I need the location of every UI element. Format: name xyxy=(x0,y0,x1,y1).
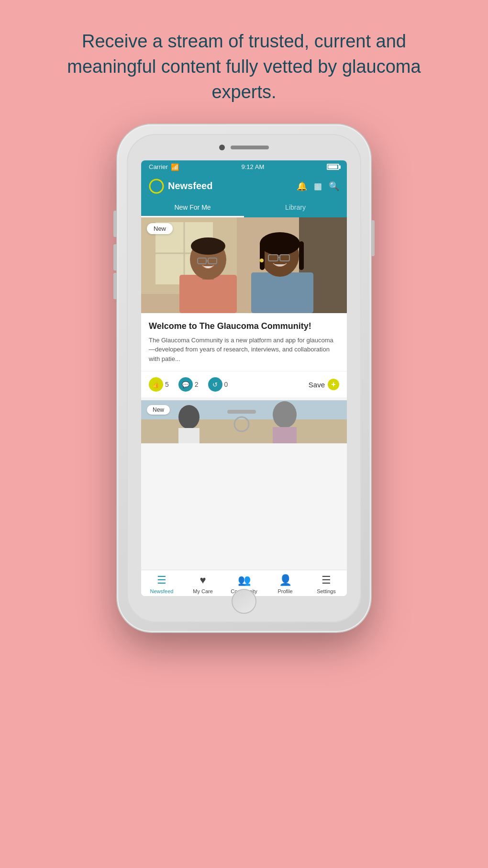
nav-profile[interactable]: 👤 Profile xyxy=(265,574,306,594)
app-header: Newsfeed 🔔 ▦ 🔍 xyxy=(141,174,347,199)
home-button[interactable] xyxy=(232,589,256,614)
bell-icon[interactable]: 🔔 xyxy=(297,181,307,192)
nav-settings[interactable]: ☰ Settings xyxy=(306,574,347,594)
phone-top-bar xyxy=(219,145,269,150)
svg-point-11 xyxy=(191,237,225,255)
svg-point-29 xyxy=(273,401,297,428)
card-body-1: Welcome to The Glaucoma Community! The G… xyxy=(141,313,347,372)
reaction-count: 5 xyxy=(165,381,169,388)
phone-device: Carrier 📶 9:12 AM xyxy=(117,124,371,632)
card-image-container: New xyxy=(141,217,347,313)
save-button[interactable]: Save + xyxy=(309,379,339,390)
svg-point-1 xyxy=(155,185,158,188)
app-logo: Newsfeed xyxy=(149,179,212,194)
comment-count: 2 xyxy=(195,381,199,388)
svg-rect-15 xyxy=(251,272,313,313)
phone-inner-bezel: Carrier 📶 9:12 AM xyxy=(127,134,361,622)
settings-label: Settings xyxy=(317,588,336,594)
battery-icon xyxy=(327,164,339,170)
svg-rect-8 xyxy=(179,275,237,313)
nav-my-care[interactable]: ♥ My Care xyxy=(182,574,223,594)
my-care-label: My Care xyxy=(193,588,213,594)
tab-library[interactable]: Library xyxy=(244,199,347,217)
reaction-group: 👍 5 xyxy=(149,377,173,392)
newsfeed-icon: ☰ xyxy=(157,574,166,586)
svg-rect-20 xyxy=(299,241,304,270)
carrier-label: Carrier xyxy=(149,163,168,170)
content-area: New Welcome to The Glaucoma Community! T… xyxy=(141,217,347,570)
status-bar: Carrier 📶 9:12 AM xyxy=(141,160,347,174)
battery-fill xyxy=(328,165,337,169)
grid-icon[interactable]: ▦ xyxy=(314,181,322,192)
save-plus-icon: + xyxy=(328,379,339,390)
card-image xyxy=(141,217,347,313)
tab-new-for-me[interactable]: New For Me xyxy=(141,199,244,217)
profile-icon: 👤 xyxy=(279,574,292,586)
community-icon: 👥 xyxy=(238,574,251,586)
app-title: Newsfeed xyxy=(168,180,212,192)
hero-tagline: Receive a stream of trusted, current and… xyxy=(29,0,459,124)
header-icons: 🔔 ▦ 🔍 xyxy=(297,181,339,192)
logo-circle-icon xyxy=(149,179,164,194)
profile-label: Profile xyxy=(277,588,292,594)
card-2-image xyxy=(141,400,347,443)
comment-group: 💬 2 xyxy=(178,377,202,392)
comment-button[interactable]: 💬 xyxy=(178,377,193,392)
share-icon: ↺ xyxy=(212,381,218,388)
svg-point-27 xyxy=(178,405,200,429)
tab-bar: New For Me Library xyxy=(141,199,347,217)
front-camera xyxy=(219,145,225,150)
svg-rect-19 xyxy=(260,241,265,270)
comment-icon: 💬 xyxy=(182,381,189,388)
react-button[interactable]: 👍 xyxy=(149,377,163,392)
my-care-icon: ♥ xyxy=(200,574,206,586)
new-badge-2: New xyxy=(147,405,170,415)
card-title-1: Welcome to The Glaucoma Community! xyxy=(149,321,339,332)
share-count: 0 xyxy=(224,381,228,388)
couple-illustration xyxy=(141,217,347,313)
newsfeed-label: Newsfeed xyxy=(150,588,174,594)
svg-rect-31 xyxy=(227,410,256,414)
svg-point-24 xyxy=(260,259,264,262)
wifi-icon: 📶 xyxy=(171,163,179,171)
speaker-grille xyxy=(231,146,269,149)
share-group: ↺ 0 xyxy=(208,377,232,392)
svg-point-18 xyxy=(260,232,300,255)
save-label: Save xyxy=(309,381,325,389)
card-actions-1: 👍 5 💬 2 ↺ xyxy=(141,371,347,397)
nav-newsfeed[interactable]: ☰ Newsfeed xyxy=(141,574,182,594)
share-button[interactable]: ↺ xyxy=(208,377,222,392)
settings-icon: ☰ xyxy=(322,574,331,586)
status-left: Carrier 📶 xyxy=(149,163,179,171)
svg-rect-28 xyxy=(178,428,200,443)
card-desc-1: The Glaucoma Community is a new platform… xyxy=(149,336,339,364)
phone-screen: Carrier 📶 9:12 AM xyxy=(141,160,347,596)
card2-illustration xyxy=(141,400,347,443)
news-card-2-preview[interactable]: New xyxy=(141,400,347,443)
news-card-1: New Welcome to The Glaucoma Community! T… xyxy=(141,217,347,398)
new-badge-1: New xyxy=(147,223,173,234)
status-time: 9:12 AM xyxy=(242,163,265,170)
svg-rect-30 xyxy=(273,427,297,443)
react-icon: 👍 xyxy=(152,381,160,388)
search-icon[interactable]: 🔍 xyxy=(329,181,339,192)
